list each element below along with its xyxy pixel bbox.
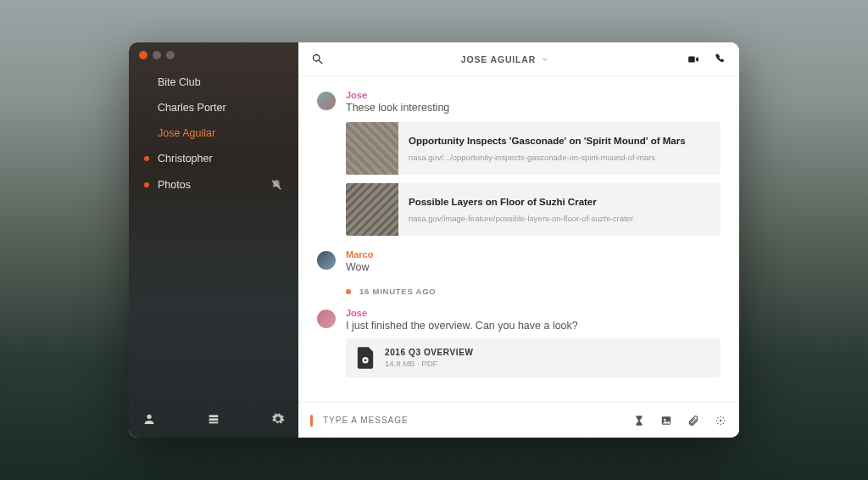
svg-point-8 [364, 359, 367, 361]
voice-call-button[interactable] [714, 53, 727, 66]
settings-button[interactable] [271, 412, 285, 426]
svg-point-18 [717, 422, 719, 424]
sidebar-bottom [129, 400, 298, 438]
message-text: These look interesting [346, 102, 721, 114]
avatar[interactable] [317, 92, 336, 110]
svg-point-0 [147, 415, 151, 419]
message-text: Wow [346, 261, 721, 273]
unread-dot-icon [144, 182, 149, 187]
composer-accent [310, 415, 313, 427]
file-meta: 14.8 MB · PDF [385, 359, 473, 368]
svg-point-17 [722, 417, 724, 419]
message-text: I just finished the overview. Can you ha… [346, 320, 721, 332]
conversation-list: Bite Club Charles Porter Jose Aguilar Ch… [129, 68, 298, 192]
message: Jose These look interesting Opportunity … [317, 90, 721, 236]
svg-point-10 [664, 418, 665, 420]
sidebar-item-jose-aguilar[interactable]: Jose Aguilar [144, 127, 283, 139]
main-panel: JOSE AGUILAR Jose These look interesting [298, 42, 739, 438]
link-url: nasa.gov/.../opportunity-inspects-gascon… [409, 153, 686, 162]
file-name: 2016 Q3 OVERVIEW [385, 348, 473, 357]
svg-point-11 [720, 419, 721, 421]
sidebar-item-label: Jose Aguilar [158, 127, 215, 139]
conversation-title[interactable]: JOSE AGUILAR [332, 54, 678, 64]
svg-rect-6 [688, 56, 695, 62]
sidebar-item-photos[interactable]: Photos [144, 178, 283, 192]
time-separator: 16 MINUTES AGO [346, 287, 721, 296]
svg-rect-2 [209, 418, 219, 421]
sidebar-item-label: Photos [158, 179, 191, 191]
separator-dot-icon [346, 289, 351, 294]
svg-point-15 [724, 420, 726, 421]
link-title: Possible Layers on Floor of Suzhi Crater [409, 196, 633, 209]
timer-button[interactable] [632, 414, 646, 427]
link-title: Opportunity Inspects 'Gasconade' on 'Spi… [409, 135, 686, 148]
message-input[interactable] [323, 416, 622, 425]
unread-dot-icon [144, 156, 149, 161]
message-sender: Jose [346, 90, 721, 100]
file-icon [356, 347, 375, 369]
link-thumbnail [346, 183, 398, 236]
link-preview[interactable]: Possible Layers on Floor of Suzhi Crater… [346, 183, 721, 236]
message-composer [298, 402, 739, 438]
contacts-button[interactable] [142, 412, 156, 426]
link-thumbnail [346, 122, 398, 175]
avatar[interactable] [317, 251, 336, 270]
message: Marco Wow [317, 249, 721, 273]
svg-rect-3 [209, 421, 219, 423]
svg-point-16 [717, 417, 719, 419]
file-attachment[interactable]: 2016 Q3 OVERVIEW 14.8 MB · PDF [346, 338, 721, 377]
window-controls [129, 42, 298, 68]
svg-point-4 [313, 55, 320, 62]
sidebar: Bite Club Charles Porter Jose Aguilar Ch… [129, 42, 298, 438]
maximize-window-button[interactable] [166, 51, 175, 59]
sidebar-item-label: Charles Porter [158, 102, 226, 114]
conversation-title-label: JOSE AGUILAR [461, 54, 536, 64]
time-separator-label: 16 MINUTES AGO [359, 287, 437, 296]
muted-icon [270, 178, 283, 192]
message-list[interactable]: Jose These look interesting Opportunity … [298, 76, 739, 402]
svg-line-5 [319, 60, 322, 64]
avatar[interactable] [317, 310, 336, 328]
top-bar: JOSE AGUILAR [298, 42, 739, 76]
message: Jose I just finished the overview. Can y… [317, 308, 721, 377]
video-call-button[interactable] [687, 53, 700, 66]
gif-button[interactable] [714, 414, 727, 427]
attachment-button[interactable] [687, 414, 700, 427]
sidebar-item-label: Christopher [158, 153, 213, 165]
message-sender: Jose [346, 308, 721, 318]
chevron-down-icon [541, 55, 549, 64]
message-sender: Marco [346, 249, 721, 260]
link-url: nasa.gov/image-feature/possible-layers-o… [409, 214, 633, 223]
link-preview[interactable]: Opportunity Inspects 'Gasconade' on 'Spi… [346, 122, 721, 175]
svg-point-13 [720, 423, 721, 425]
svg-point-12 [720, 416, 721, 417]
sidebar-item-bite-club[interactable]: Bite Club [144, 76, 283, 88]
minimize-window-button[interactable] [153, 51, 161, 59]
archive-button[interactable] [207, 412, 220, 426]
svg-point-19 [722, 422, 724, 424]
search-button[interactable] [310, 53, 324, 66]
close-window-button[interactable] [139, 51, 147, 59]
svg-point-14 [716, 420, 718, 421]
sidebar-item-charles-porter[interactable]: Charles Porter [144, 102, 283, 114]
sidebar-item-label: Bite Club [158, 76, 201, 88]
image-button[interactable] [659, 414, 673, 427]
svg-rect-1 [209, 415, 219, 417]
app-window: Bite Club Charles Porter Jose Aguilar Ch… [129, 42, 739, 438]
sidebar-item-christopher[interactable]: Christopher [144, 153, 283, 165]
